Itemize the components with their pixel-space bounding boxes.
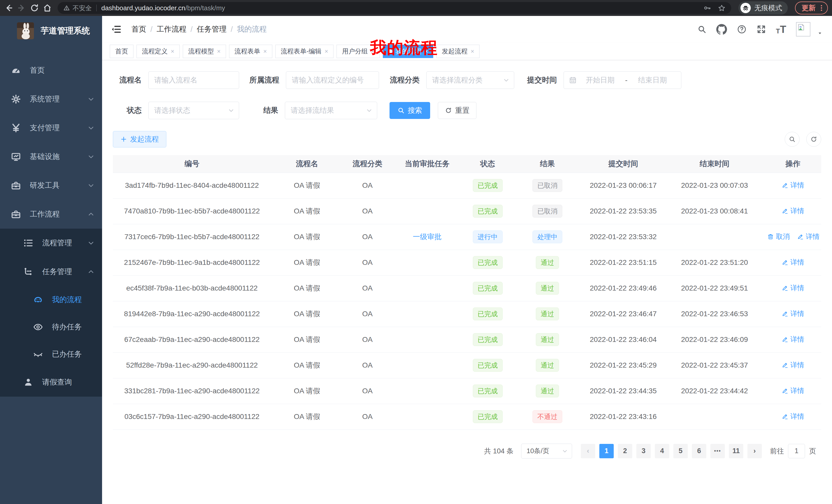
page-button[interactable]: 1 xyxy=(599,444,614,458)
sidebar-item-system[interactable]: 系统管理 xyxy=(0,85,102,114)
prev-page-button[interactable]: ‹ xyxy=(581,444,595,458)
tab-home[interactable]: 首页 xyxy=(110,45,133,58)
detail-link[interactable]: 详情 xyxy=(782,412,804,421)
cell-actions: 详情 xyxy=(765,378,821,404)
sidebar-item-process-mgmt[interactable]: 流程管理 xyxy=(0,229,102,257)
cancel-link[interactable]: 取消 xyxy=(767,232,790,241)
chevron-down-icon xyxy=(88,153,94,160)
edit-pencil-icon xyxy=(782,310,788,317)
sidebar-item-task-mgmt[interactable]: 任务管理 xyxy=(0,257,102,286)
back-icon[interactable] xyxy=(4,3,14,12)
breadcrumb-workflow[interactable]: 工作流程 xyxy=(157,24,186,34)
tab-process-model[interactable]: 流程模型× xyxy=(183,45,226,58)
process-name-input[interactable] xyxy=(148,72,239,89)
filter-status-label: 状态 xyxy=(113,105,142,116)
page-button[interactable]: 11 xyxy=(729,444,743,458)
security-label[interactable]: 不安全 xyxy=(73,4,92,12)
cell-submit-time: 2022-01-22 23:46:47 xyxy=(582,301,665,327)
sidebar-item-payment[interactable]: 支付管理 xyxy=(0,114,102,142)
detail-link[interactable]: 详情 xyxy=(782,360,804,370)
sidebar-item-workflow[interactable]: 工作流程 xyxy=(0,200,102,229)
page-button[interactable]: 2 xyxy=(618,444,632,458)
sidebar-item-home[interactable]: 首页 xyxy=(0,56,102,85)
tab-process-definition[interactable]: 流程定义× xyxy=(136,45,180,58)
table-search-button[interactable] xyxy=(785,132,800,147)
bookmark-star-icon[interactable] xyxy=(718,4,726,12)
chevron-down-icon xyxy=(228,107,234,114)
close-icon[interactable]: × xyxy=(263,48,267,54)
search-button[interactable]: 搜索 xyxy=(390,102,430,119)
refresh-icon[interactable] xyxy=(30,3,39,12)
close-icon[interactable]: × xyxy=(217,48,220,54)
browser-menu-icon[interactable] xyxy=(818,4,824,12)
sidebar-item-infra[interactable]: 基础设施 xyxy=(0,142,102,171)
fullscreen-icon[interactable] xyxy=(756,24,766,34)
next-page-button[interactable]: › xyxy=(747,444,762,458)
status-select[interactable]: 请选择状态 xyxy=(148,102,239,119)
sidebar-item-done-tasks[interactable]: 已办任务 xyxy=(0,341,102,368)
goto-page-input[interactable] xyxy=(788,444,805,458)
sidebar-fold-icon[interactable] xyxy=(111,24,122,35)
url-text[interactable]: dashboard.yudao.iocoder.cn/bpm/task/my xyxy=(101,4,697,12)
detail-link[interactable]: 详情 xyxy=(782,180,804,190)
cell-end-time: 2022-01-23 00:08:41 xyxy=(665,198,765,224)
process-definition-input[interactable] xyxy=(286,72,379,89)
table-row: 7317cec6-7b9b-11ec-b5b7-acde48001122 OA … xyxy=(113,224,821,250)
sidebar-item-todo-tasks[interactable]: 待办任务 xyxy=(0,313,102,341)
tab-process-form[interactable]: 流程表单× xyxy=(229,45,272,58)
submit-time-range-picker[interactable]: 开始日期 - 结束日期 xyxy=(564,72,681,89)
cell-result: 通过 xyxy=(513,378,582,404)
result-badge: 通过 xyxy=(536,385,559,398)
search-icon[interactable] xyxy=(697,25,706,34)
update-button[interactable]: 更新 xyxy=(795,2,828,15)
tab-process-form-edit[interactable]: 流程表单-编辑× xyxy=(275,45,334,58)
page-button[interactable]: 6 xyxy=(692,444,706,458)
result-select[interactable]: 请选择流结果 xyxy=(285,102,377,119)
close-icon[interactable]: × xyxy=(171,48,174,54)
more-pages-button[interactable]: ••• xyxy=(710,444,725,458)
cell-category: OA xyxy=(343,301,392,327)
page-button[interactable]: 3 xyxy=(636,444,651,458)
start-process-button[interactable]: 发起流程 xyxy=(113,131,166,147)
tab-start-process[interactable]: 发起流程× xyxy=(436,45,479,58)
breadcrumb-home[interactable]: 首页 xyxy=(131,24,146,34)
detail-link[interactable]: 详情 xyxy=(782,386,804,395)
caret-down-icon[interactable] xyxy=(817,30,823,36)
col-name: 流程名 xyxy=(271,155,343,173)
browser-chrome: 不安全 dashboard.yudao.iocoder.cn/bpm/task/… xyxy=(0,0,832,16)
current-task-link[interactable]: 一级审批 xyxy=(413,233,442,241)
github-icon[interactable] xyxy=(716,24,727,35)
avatar[interactable] xyxy=(796,22,810,36)
close-icon[interactable]: × xyxy=(470,48,474,54)
reset-button[interactable]: 重置 xyxy=(438,102,476,119)
close-icon[interactable]: × xyxy=(324,48,328,54)
address-bar[interactable]: 不安全 dashboard.yudao.iocoder.cn/bpm/task/… xyxy=(58,2,731,14)
chevron-up-icon xyxy=(88,269,94,275)
page-button[interactable]: 5 xyxy=(673,444,688,458)
detail-link[interactable]: 详情 xyxy=(782,258,804,267)
filter-definition-label: 所属流程 xyxy=(250,75,279,85)
sidebar-item-devtools[interactable]: 研发工具 xyxy=(0,171,102,200)
home-icon[interactable] xyxy=(43,3,52,12)
breadcrumb-task-mgmt[interactable]: 任务管理 xyxy=(197,24,227,34)
forward-icon[interactable] xyxy=(17,3,26,12)
cell-end-time: 2022-01-22 23:51:20 xyxy=(665,250,765,275)
sidebar-item-leave-query[interactable]: 请假查询 xyxy=(0,368,102,397)
password-key-icon[interactable] xyxy=(703,4,711,12)
category-select[interactable]: 请选择流程分类 xyxy=(426,72,514,89)
font-size-icon[interactable]: TT xyxy=(776,24,786,34)
cell-actions: 详情 xyxy=(765,353,821,378)
detail-link[interactable]: 详情 xyxy=(782,335,804,344)
page-size-select[interactable]: 10条/页 xyxy=(521,444,572,458)
detail-link[interactable]: 详情 xyxy=(782,283,804,292)
detail-link[interactable]: 详情 xyxy=(797,232,820,241)
detail-link[interactable]: 详情 xyxy=(782,206,804,216)
table-row: ec45f38f-7b9a-11ec-b03b-acde48001122 OA … xyxy=(113,275,821,301)
status-badge: 已完成 xyxy=(473,282,503,295)
detail-link[interactable]: 详情 xyxy=(782,309,804,318)
help-icon[interactable] xyxy=(737,24,747,34)
page-button[interactable]: 4 xyxy=(655,444,669,458)
sidebar-item-my-process[interactable]: 我的流程 xyxy=(0,286,102,313)
warning-icon xyxy=(63,5,70,11)
table-refresh-button[interactable] xyxy=(806,132,821,147)
